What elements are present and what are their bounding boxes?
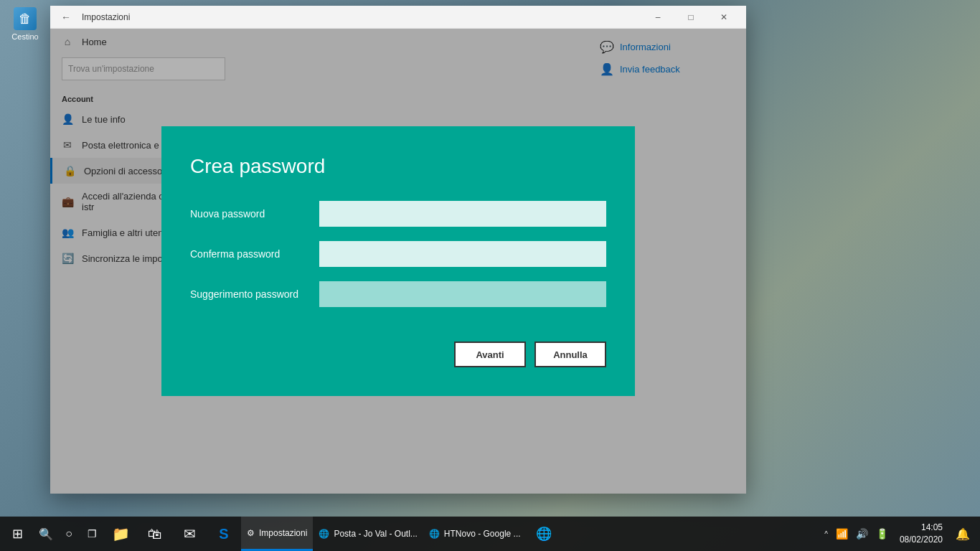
desktop-icon-label: Cestino xyxy=(11,32,38,41)
taskbar-app-htnovo[interactable]: 🌐 HTNovo - Google ... xyxy=(423,517,527,551)
store-icon: 🛍 xyxy=(148,526,162,542)
next-button[interactable]: Avanti xyxy=(454,342,526,367)
dialog-title: Crea password xyxy=(190,155,606,178)
hint-password-row: Suggerimento password xyxy=(190,281,606,307)
clock-date: 08/02/2020 xyxy=(900,534,943,546)
taskbar-app-outlook[interactable]: 🌐 Posta - Jo Val - Outl... xyxy=(313,517,423,551)
notification-icon: 🔔 xyxy=(956,527,970,541)
hint-password-label: Suggerimento password xyxy=(190,288,319,300)
taskbar-app-edge-beta[interactable]: 🌐 xyxy=(527,517,561,551)
new-password-label: Nuova password xyxy=(190,208,319,220)
close-button[interactable]: ✕ xyxy=(707,6,740,29)
task-view-button[interactable]: ❐ xyxy=(80,517,103,551)
chrome-htnovo-icon: 🌐 xyxy=(429,529,440,539)
taskbar-app-mail[interactable]: ✉ xyxy=(172,517,207,551)
confirm-password-label: Conferma password xyxy=(190,248,319,260)
taskbar-tray: ^ 📶 🔊 🔋 14:05 08/02/2020 🔔 xyxy=(821,517,980,551)
maximize-button[interactable]: □ xyxy=(674,6,707,29)
clock[interactable]: 14:05 08/02/2020 xyxy=(894,522,948,546)
taskbar-app-settings[interactable]: ⚙ Impostazioni xyxy=(241,517,313,551)
title-bar: ← Impostazioni – □ ✕ xyxy=(50,6,746,29)
settings-window: ← Impostazioni – □ ✕ ⌂ Home Trova un'imp… xyxy=(50,6,746,494)
taskbar-app-store[interactable]: 🛍 xyxy=(138,517,172,551)
modal-overlay: Crea password Nuova password Conferma pa… xyxy=(50,29,746,494)
tray-icon-battery[interactable]: 🔋 xyxy=(874,517,891,551)
chrome-htnovo-label: HTNovo - Google ... xyxy=(444,529,521,539)
edge-outlook-icon: 🌐 xyxy=(319,529,329,539)
search-icon: 🔍 xyxy=(39,527,53,541)
notification-button[interactable]: 🔔 xyxy=(951,517,974,551)
tray-chevron[interactable]: ^ xyxy=(821,530,831,538)
confirm-password-row: Conferma password xyxy=(190,241,606,267)
clock-time: 14:05 xyxy=(900,522,943,534)
minimize-button[interactable]: – xyxy=(641,6,674,29)
new-password-input[interactable] xyxy=(319,201,606,227)
taskbar: ⊞ 🔍 ○ ❐ 📁 🛍 ✉ S ⚙ Impostazioni 🌐 Posta -… xyxy=(0,517,980,551)
settings-taskbar-icon: ⚙ xyxy=(247,528,255,538)
back-button[interactable]: ← xyxy=(56,7,76,27)
taskbar-search[interactable]: 🔍 xyxy=(34,517,57,551)
confirm-password-input[interactable] xyxy=(319,241,606,267)
dialog-footer: Avanti Annulla xyxy=(190,342,606,367)
edge-outlook-label: Posta - Jo Val - Outl... xyxy=(334,529,417,539)
title-controls: – □ ✕ xyxy=(641,6,740,29)
new-password-row: Nuova password xyxy=(190,201,606,227)
hint-password-input[interactable] xyxy=(319,281,606,307)
cortana-icon: ○ xyxy=(65,527,72,540)
taskview-icon: ❐ xyxy=(88,528,97,540)
taskbar-app-skype[interactable]: S xyxy=(207,517,241,551)
create-password-dialog: Crea password Nuova password Conferma pa… xyxy=(161,126,635,396)
cancel-button[interactable]: Annulla xyxy=(534,342,606,367)
settings-taskbar-label: Impostazioni xyxy=(259,528,307,538)
edge-beta-icon: 🌐 xyxy=(536,526,552,542)
mail-taskbar-icon: ✉ xyxy=(184,525,196,542)
start-icon: ⊞ xyxy=(12,526,23,542)
tray-icon-network[interactable]: 📶 xyxy=(834,517,851,551)
window-title: Impostazioni xyxy=(82,12,130,22)
start-button[interactable]: ⊞ xyxy=(0,517,34,551)
tray-icon-volume[interactable]: 🔊 xyxy=(854,517,871,551)
cestino-icon: 🗑 xyxy=(14,7,37,30)
taskbar-app-explorer[interactable]: 📁 xyxy=(103,517,138,551)
title-bar-nav: ← xyxy=(56,7,76,27)
skype-icon: S xyxy=(219,526,228,542)
explorer-icon: 📁 xyxy=(112,525,130,542)
desktop-icon-cestino[interactable]: 🗑 Cestino xyxy=(7,7,43,41)
cortana-button[interactable]: ○ xyxy=(57,517,80,551)
